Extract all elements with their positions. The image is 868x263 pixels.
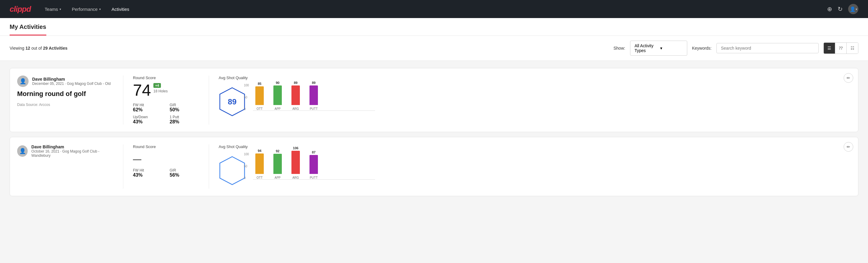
bar-group: 90 APP [273,81,282,111]
activity-type-dropdown[interactable]: All Activity Types ▾ [630,40,687,56]
bar-value: 92 [276,149,279,153]
viewing-count: 12 [26,46,30,51]
mini-stat-label: Up/Down [133,115,162,119]
bar-label: ARG [292,176,299,179]
bar-label: OTT [256,107,262,111]
bar [309,155,318,174]
bar-value: 106 [293,146,298,150]
activity-type-value: All Activity Types [634,43,657,53]
mini-stat-label: GIR [169,103,199,107]
mini-stat-label: FW Hit [133,168,162,172]
edit-button[interactable]: ✏ [844,142,853,152]
bar-label: PUTT [310,107,318,111]
bar-group: 89 ARG [291,81,300,111]
nav-activities[interactable]: Activities [107,4,133,14]
bar [291,151,300,174]
mini-stat: Up/Down 43% [133,115,162,124]
user-avatar-button[interactable]: 👤 ▾ [848,4,858,14]
card-quality: Avg Shot Quality 100500 94 OTT [219,144,375,189]
viewing-middle: out of [30,46,43,51]
bar-group: 106 ARG [291,146,300,179]
viewing-total: 29 [43,46,48,51]
viewing-prefix: Viewing [10,46,26,51]
avatar-icon: 👤 [850,6,856,12]
activity-card: 👤 Dave Billingham October 16, 2021 · Gog… [10,137,858,196]
mini-stat-value: 43% [133,172,162,178]
bar-label: APP [275,176,281,179]
keywords-label: Keywords: [692,46,712,51]
add-icon[interactable]: ⊕ [827,5,832,12]
bar-group: 85 OTT [255,82,264,111]
mini-stat-value: 50% [169,107,199,113]
y-label: 100 [244,152,249,156]
mini-stat: 1 Putt 28% [169,115,199,124]
y-label: 50 [244,96,249,99]
bar-label: APP [275,107,281,111]
bar-label: PUTT [310,176,318,179]
edit-pencil-icon: ✏ [847,76,850,80]
navbar: clippd Teams ▾ Performance ▾ Activities … [0,0,868,18]
card-divider [123,144,123,189]
bar-chart: 100500 85 OTT 90 APP 89 ARG 89 [253,84,375,120]
user-date: December 05, 2021 · Gog Magog Golf Club … [32,82,111,86]
nav-links: Teams ▾ Performance ▾ Activities [40,4,817,14]
card-divider [123,76,123,124]
score-badge: +4 [153,83,161,88]
bar-value: 85 [258,82,261,85]
card-stats: Round Score — FW Hit 43% GIR 56% [133,144,199,178]
compact-view-button[interactable]: ☷ [847,43,858,54]
user-row: 👤 Dave Billingham December 05, 2021 · Go… [17,76,114,87]
bar-value: 94 [258,149,261,152]
bar [273,154,282,174]
bar [255,86,264,105]
mini-stat-label: GIR [169,168,199,172]
user-date: October 16, 2021 · Gog Magog Golf Club -… [31,149,114,158]
mini-stat-value: 28% [169,119,199,124]
list-view-icon: ☰ [828,46,831,51]
round-score-label: Round Score [133,76,199,80]
page-header: My Activities [0,18,868,36]
search-input[interactable] [716,43,819,53]
holes-text: 18 Holes [153,89,167,93]
mini-stat: FW Hit 43% [133,168,162,178]
view-buttons: ☰ ⁇ ☷ [824,42,858,54]
nav-performance[interactable]: Performance ▾ [68,4,105,14]
teams-chevron-icon: ▾ [60,7,61,11]
mini-stat-label: FW Hit [133,103,162,107]
grid-view-icon: ⁇ [839,46,843,51]
logo: clippd [10,4,31,14]
data-source: Data Source: Arccos [17,103,114,107]
y-axis-labels: 100500 [244,152,249,180]
activity-type-chevron-icon: ▾ [660,46,683,51]
avatar-person-icon: 👤 [20,78,26,85]
y-label: 0 [244,108,249,111]
mini-stats: FW Hit 62% GIR 50% Up/Down 43% 1 Putt 28… [133,103,199,124]
bar-group: 87 PUTT [309,150,318,179]
mini-stat-value: 62% [133,107,162,113]
bar-value: 89 [294,81,298,85]
hex-score: 89 [228,97,237,107]
card-divider-2 [209,76,209,124]
bar-group: 94 OTT [255,149,264,179]
card-left: 👤 Dave Billingham October 16, 2021 · Gog… [17,144,114,161]
hexagon-wrap: 89 [219,87,246,117]
round-score-val: 74 +4 18 Holes [133,82,199,98]
page-title-wrap: My Activities [10,18,46,35]
chart-bars: 100500 85 OTT 90 APP 89 ARG 89 [253,84,375,111]
grid-view-button[interactable]: ⁇ [835,43,847,54]
score-badge-wrap: +4 18 Holes [153,83,167,93]
activities-list: 👤 Dave Billingham December 05, 2021 · Go… [0,61,868,203]
bar-chart: 100500 94 OTT 92 APP 106 ARG 87 [253,152,375,189]
bar-group: 92 APP [273,149,282,179]
edit-button[interactable]: ✏ [844,73,853,83]
mini-stats: FW Hit 43% GIR 56% [133,168,199,178]
viewing-text: Viewing 12 out of 29 Activities [10,46,67,51]
y-label: 50 [244,165,249,168]
y-label: 100 [244,84,249,87]
list-view-button[interactable]: ☰ [824,43,835,54]
round-score-label: Round Score [133,144,199,149]
refresh-icon[interactable]: ↻ [838,5,843,12]
nav-teams[interactable]: Teams ▾ [40,4,65,14]
card-quality: Avg Shot Quality 89 100500 85 OTT [219,76,375,120]
page-title: My Activities [10,24,46,30]
